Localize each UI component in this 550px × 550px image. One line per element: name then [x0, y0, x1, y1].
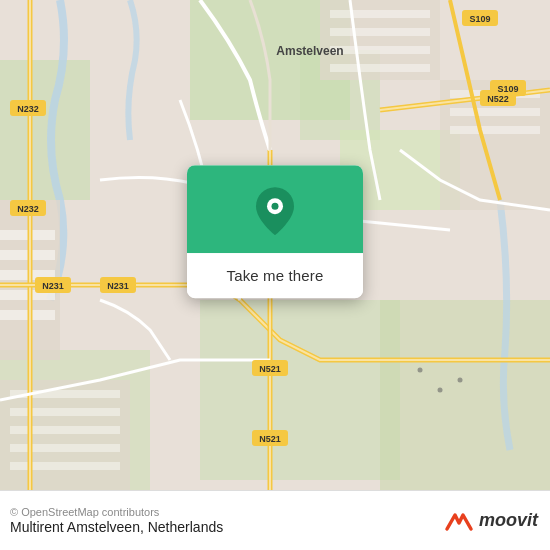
svg-rect-24	[330, 64, 430, 72]
location-name: Multirent Amstelveen, Netherlands	[10, 519, 223, 535]
map-container: N232 N232 N231 N231 N521 N521 N521 N522 …	[0, 0, 550, 490]
svg-rect-28	[450, 126, 540, 134]
svg-rect-22	[330, 28, 430, 36]
bottom-left: © OpenStreetMap contributors Multirent A…	[10, 506, 223, 535]
moovit-text: moovit	[479, 510, 538, 531]
svg-rect-2	[0, 60, 90, 200]
svg-rect-7	[380, 300, 550, 490]
svg-text:Amstelveen: Amstelveen	[276, 44, 343, 58]
location-icon-wrap	[251, 183, 299, 239]
take-me-there-button[interactable]: Take me there	[187, 253, 363, 298]
svg-rect-23	[330, 46, 430, 54]
svg-text:N231: N231	[42, 281, 64, 291]
svg-text:N232: N232	[17, 204, 39, 214]
svg-rect-19	[10, 462, 120, 470]
bottom-bar: © OpenStreetMap contributors Multirent A…	[0, 490, 550, 550]
svg-point-50	[418, 368, 423, 373]
svg-rect-17	[10, 426, 120, 434]
svg-rect-21	[330, 10, 430, 18]
svg-rect-5	[200, 300, 400, 480]
copyright-text: © OpenStreetMap contributors	[10, 506, 223, 518]
svg-text:S109: S109	[497, 84, 518, 94]
svg-rect-18	[10, 444, 120, 452]
svg-point-51	[438, 388, 443, 393]
svg-point-54	[272, 203, 279, 210]
moovit-logo[interactable]: moovit	[443, 505, 538, 537]
popup-card: Take me there	[187, 165, 363, 298]
svg-text:N231: N231	[107, 281, 129, 291]
moovit-icon-svg	[443, 505, 475, 537]
svg-text:N521: N521	[259, 364, 281, 374]
svg-point-52	[458, 378, 463, 383]
svg-text:N521: N521	[259, 434, 281, 444]
popup-green-area	[187, 165, 363, 253]
svg-text:S109: S109	[469, 14, 490, 24]
svg-rect-16	[10, 408, 120, 416]
svg-rect-27	[450, 108, 540, 116]
svg-text:N232: N232	[17, 104, 39, 114]
